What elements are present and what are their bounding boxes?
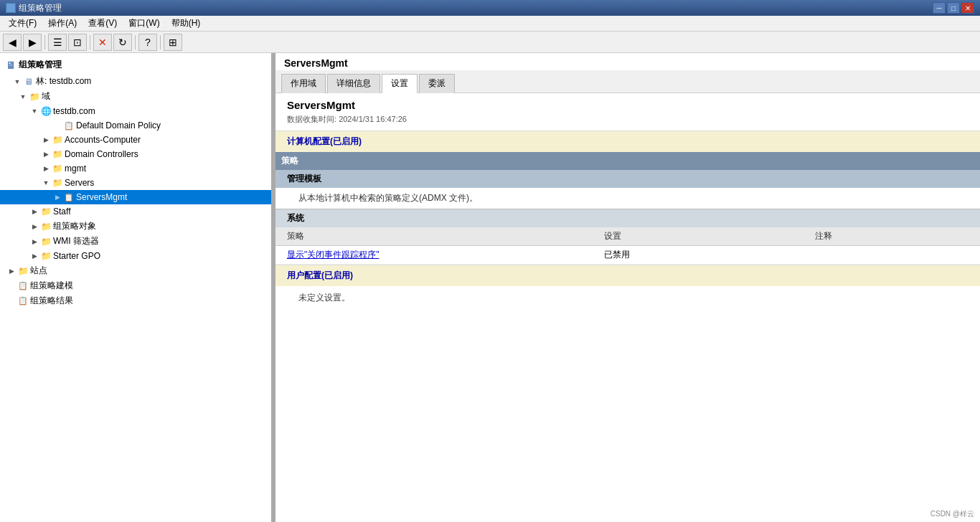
- refresh-button[interactable]: ↻: [113, 34, 132, 51]
- staff-label: Staff: [53, 207, 70, 217]
- tree-item-domain-controllers[interactable]: ▶ 📁 Domain Controllers: [0, 147, 271, 161]
- starter-icon: 📁: [40, 250, 52, 262]
- dc-icon: 📁: [52, 148, 63, 160]
- expand-mgmt[interactable]: ▶: [40, 163, 52, 174]
- title-bar-left: 组策略管理: [6, 2, 62, 14]
- policy-link-cell[interactable]: 显示"关闭事件跟踪程序": [275, 246, 593, 265]
- expand-ac[interactable]: ▶: [40, 134, 52, 146]
- tree-root-icon: 🖥: [6, 60, 16, 71]
- forward-button[interactable]: ▶: [23, 34, 42, 51]
- expand-staff[interactable]: ▶: [29, 206, 40, 217]
- toolbar-separator-4: [160, 35, 161, 49]
- menu-view[interactable]: 查看(V): [83, 16, 123, 31]
- content-area: ServersMgmt 数据收集时间: 2024/1/31 16:47:26 计…: [275, 93, 980, 522]
- expand-starter[interactable]: ▶: [29, 250, 40, 262]
- tree-item-accounts-computer[interactable]: ▶ 📁 Accounts-Computer: [0, 133, 271, 147]
- right-panel: ServersMgmt 作用域 详细信息 设置 委派 ServersMgmt 数…: [275, 53, 980, 522]
- content-date-label: 数据收集时间:: [287, 115, 336, 123]
- undefined-settings: 未定义设置。: [275, 286, 980, 310]
- content-date-value: 2024/1/31 16:47:26: [339, 115, 407, 123]
- tree-item-starter-gpo[interactable]: ▶ 📁 Starter GPO: [0, 249, 271, 263]
- menu-bar: 文件(F) 操作(A) 查看(V) 窗口(W) 帮助(H): [0, 16, 980, 32]
- close-button[interactable]: ✕: [961, 2, 974, 14]
- comment-cell: [804, 246, 980, 265]
- tree-item-mgmt[interactable]: ▶ 📁 mgmt: [0, 161, 271, 176]
- col-header-comment: 注释: [804, 227, 980, 246]
- expand-sm[interactable]: ▶: [52, 191, 63, 203]
- policy-link[interactable]: 显示"关闭事件跟踪程序": [287, 250, 380, 260]
- delete-button[interactable]: ✕: [93, 34, 112, 51]
- toolbar-separator-3: [135, 35, 136, 49]
- tab-details[interactable]: 详细信息: [327, 74, 380, 93]
- tree-item-serversmgmt[interactable]: ▶ 📋 ServersMgmt: [0, 190, 271, 204]
- expand-sites[interactable]: ▶: [6, 265, 17, 277]
- ac-label: Accounts-Computer: [65, 135, 141, 145]
- sm-label: ServersMgmt: [76, 192, 127, 202]
- tree-item-gpo-objects[interactable]: ▶ 📁 组策略对象: [0, 219, 271, 234]
- maximize-button[interactable]: □: [947, 2, 960, 14]
- tree-item-gpo-results[interactable]: ▶ 📋 组策略结果: [0, 293, 271, 308]
- expand-gpo-obj[interactable]: ▶: [29, 221, 40, 232]
- show-hide-button-2[interactable]: ⊡: [68, 34, 87, 51]
- tab-delegation[interactable]: 委派: [419, 74, 455, 93]
- ddp-icon: 📋: [63, 120, 75, 131]
- menu-window[interactable]: 窗口(W): [123, 16, 165, 31]
- expand-results[interactable]: ▶: [6, 295, 17, 307]
- left-panel: 🖥 组策略管理 ▼ 🖥 林: testdb.com ▼ 📁 域 ▼ 🌐 test…: [0, 53, 273, 522]
- content-title: ServersMgmt: [275, 93, 980, 114]
- computer-config-header: 计算机配置(已启用): [275, 130, 980, 152]
- show-hide-button[interactable]: ☰: [48, 34, 67, 51]
- back-button[interactable]: ◀: [3, 34, 22, 51]
- menu-file[interactable]: 文件(F): [3, 16, 42, 31]
- expand-dc[interactable]: ▶: [40, 148, 52, 160]
- export-button[interactable]: ⊞: [164, 34, 182, 51]
- tree-item-wmi[interactable]: ▶ 📁 WMI 筛选器: [0, 234, 271, 249]
- ddp-label: Default Domain Policy: [76, 120, 161, 130]
- watermark: CSDN @样云: [930, 509, 974, 519]
- tree-item-staff[interactable]: ▶ 📁 Staff: [0, 204, 271, 219]
- testdb-icon: 🌐: [40, 105, 52, 117]
- policy-table: 策略 设置 注释 显示"关闭事件跟踪程序" 已禁用: [275, 227, 980, 265]
- title-bar: 组策略管理 ─ □ ✕: [0, 0, 980, 16]
- tab-settings[interactable]: 设置: [382, 74, 418, 93]
- sys-header: 系统: [275, 209, 980, 227]
- toolbar-separator-2: [90, 35, 90, 49]
- tree-item-forest[interactable]: ▼ 🖥 林: testdb.com: [0, 74, 271, 89]
- expand-domains[interactable]: ▼: [17, 91, 29, 103]
- mgmt-icon: 📁: [52, 163, 63, 174]
- expand-servers[interactable]: ▼: [40, 177, 52, 189]
- results-label: 组策略结果: [30, 295, 73, 307]
- ac-icon: 📁: [52, 134, 63, 146]
- tabs-container: 作用域 详细信息 设置 委派: [275, 70, 980, 93]
- menu-action[interactable]: 操作(A): [42, 16, 83, 31]
- tree-item-default-domain-policy[interactable]: ▶ 📋 Default Domain Policy: [0, 118, 271, 133]
- expand-wmi[interactable]: ▶: [29, 236, 40, 247]
- policy-header-label: 策略: [281, 155, 298, 167]
- gpo-obj-label: 组策略对象: [53, 220, 96, 232]
- forest-icon: 🖥: [23, 76, 34, 87]
- tree-item-testdb[interactable]: ▼ 🌐 testdb.com: [0, 104, 271, 118]
- admx-description: 从本地计算机中检索的策略定义(ADMX 文件)。: [275, 188, 980, 209]
- expand-modeling[interactable]: ▶: [6, 280, 17, 292]
- policy-header-row: 策略: [275, 152, 980, 170]
- menu-help[interactable]: 帮助(H): [166, 16, 207, 31]
- toolbar-separator-1: [44, 35, 45, 49]
- results-icon: 📋: [17, 295, 29, 307]
- minimize-button[interactable]: ─: [933, 2, 946, 14]
- tree-item-domains[interactable]: ▼ 📁 域: [0, 89, 271, 104]
- tab-scope[interactable]: 作用域: [281, 74, 326, 93]
- starter-label: Starter GPO: [53, 251, 100, 261]
- setting-cell: 已禁用: [593, 246, 804, 265]
- sites-icon: 📁: [17, 265, 29, 277]
- wmi-icon: 📁: [40, 236, 52, 247]
- expand-testdb[interactable]: ▼: [29, 105, 40, 117]
- expand-ddp[interactable]: ▶: [52, 120, 63, 131]
- tree-item-sites[interactable]: ▶ 📁 站点: [0, 263, 271, 278]
- tree-item-gpo-modeling[interactable]: ▶ 📋 组策略建模: [0, 278, 271, 293]
- help-button[interactable]: ?: [138, 34, 157, 51]
- tree-item-servers[interactable]: ▼ 📁 Servers: [0, 176, 271, 190]
- app-icon: [6, 3, 16, 13]
- col-header-policy: 策略: [275, 227, 593, 246]
- expand-forest[interactable]: ▼: [11, 76, 23, 87]
- servers-label: Servers: [65, 178, 94, 188]
